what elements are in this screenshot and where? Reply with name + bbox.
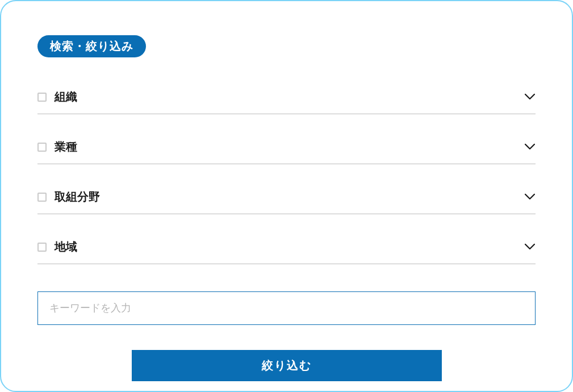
submit-row: 絞り込む [37, 350, 536, 381]
filter-left: 業種 [37, 139, 77, 155]
filter-row-industry[interactable]: 業種 [37, 130, 536, 164]
filter-row-organization[interactable]: 組織 [37, 80, 536, 114]
chevron-down-icon [524, 141, 536, 153]
checkbox-icon[interactable] [37, 93, 47, 102]
search-filter-panel: 検索・絞り込み 組織 業種 取組分野 地域 [0, 0, 573, 392]
checkbox-icon[interactable] [37, 243, 47, 252]
filter-submit-button[interactable]: 絞り込む [132, 350, 442, 381]
filter-label: 地域 [55, 239, 77, 255]
chevron-down-icon [524, 241, 536, 253]
filter-left: 組織 [37, 89, 77, 105]
filter-row-initiative-field[interactable]: 取組分野 [37, 180, 536, 214]
filter-label: 取組分野 [55, 189, 100, 205]
chevron-down-icon [524, 191, 536, 203]
filter-left: 取組分野 [37, 189, 100, 205]
filter-left: 地域 [37, 239, 77, 255]
chevron-down-icon [524, 91, 536, 103]
panel-title-badge: 検索・絞り込み [37, 35, 146, 57]
filter-label: 業種 [55, 139, 77, 155]
checkbox-icon[interactable] [37, 193, 47, 202]
checkbox-icon[interactable] [37, 143, 47, 152]
filter-row-region[interactable]: 地域 [37, 230, 536, 264]
filter-label: 組織 [55, 89, 77, 105]
keyword-input[interactable] [37, 291, 536, 325]
